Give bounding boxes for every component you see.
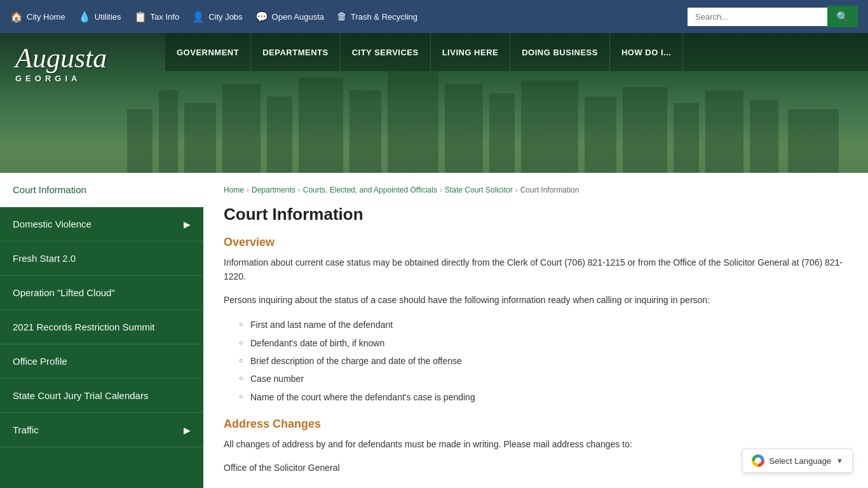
utilities-icon: 💧 bbox=[78, 11, 91, 23]
sidebar-item-operation-lifted-cloud[interactable]: Operation "Lifted Cloud" bbox=[0, 276, 203, 310]
nav-item-government[interactable]: GOVERNMENT bbox=[165, 33, 251, 71]
breadcrumb-link-0[interactable]: Home bbox=[224, 186, 244, 194]
logo-city-name: Augusta bbox=[15, 44, 107, 72]
breadcrumb-current: Court Information bbox=[520, 186, 580, 194]
nav-item-departments[interactable]: DEPARTMENTS bbox=[251, 33, 340, 71]
main-nav: GOVERNMENTDEPARTMENTSCITY SERVICESLIVING… bbox=[165, 33, 868, 71]
svg-rect-8 bbox=[445, 84, 483, 173]
search-button[interactable]: 🔍 bbox=[827, 6, 858, 27]
sidebar-label-records-restriction: 2021 Records Restriction Summit bbox=[13, 322, 154, 332]
svg-rect-7 bbox=[388, 71, 438, 173]
svg-rect-0 bbox=[127, 109, 153, 173]
open-augusta-icon: 💬 bbox=[255, 11, 268, 23]
city-jobs-label: City Jobs bbox=[208, 12, 242, 22]
bullet-item: Defendant's date of birth, if known bbox=[239, 334, 848, 352]
google-g-logo: G bbox=[752, 454, 764, 467]
sidebar-label-fresh-start: Fresh Start 2.0 bbox=[13, 253, 76, 264]
city-silhouette-svg bbox=[0, 58, 868, 173]
tax-info-label: Tax Info bbox=[151, 12, 180, 22]
overview-paragraph-1: Information about current case status ma… bbox=[224, 255, 848, 284]
nav-item-living-here[interactable]: LIVING HERE bbox=[431, 33, 511, 71]
overview-bullet-list: First and last name of the defendant Def… bbox=[239, 316, 848, 406]
svg-rect-11 bbox=[585, 97, 616, 173]
google-letter: G bbox=[755, 457, 761, 464]
bullet-item: First and last name of the defendant bbox=[239, 316, 848, 334]
tax-info-icon: 📋 bbox=[134, 11, 147, 23]
topbar-item-utilities[interactable]: 💧Utilities bbox=[78, 11, 121, 23]
svg-rect-4 bbox=[267, 97, 292, 173]
nav-item-city-services[interactable]: CITY SERVICES bbox=[341, 33, 431, 71]
svg-rect-1 bbox=[159, 90, 178, 173]
sidebar-label-court-information: Court Information bbox=[13, 184, 86, 195]
svg-rect-15 bbox=[750, 100, 778, 173]
open-augusta-label: Open Augusta bbox=[272, 12, 324, 22]
sidebar-item-jury-trial[interactable]: State Court Jury Trial Calendars bbox=[0, 379, 203, 413]
bullet-item: Name of the court where the defendant's … bbox=[239, 388, 848, 406]
breadcrumb-link-1[interactable]: Departments bbox=[252, 186, 295, 194]
breadcrumb-link-2[interactable]: Courts, Elected, and Appointed Officials bbox=[303, 186, 437, 194]
top-bar-nav: 🏠City Home💧Utilities📋Tax Info👤City Jobs💬… bbox=[10, 11, 672, 23]
content-wrapper: Court InformationDomestic Violence▶Fresh… bbox=[0, 173, 868, 488]
breadcrumb-separator: › bbox=[515, 186, 518, 194]
translate-dropdown-arrow: ▼ bbox=[836, 457, 843, 464]
trash-recycling-label: Trash & Recycling bbox=[351, 12, 417, 22]
topbar-item-open-augusta[interactable]: 💬Open Augusta bbox=[255, 11, 324, 23]
sidebar-item-office-profile[interactable]: Office Profile bbox=[0, 344, 203, 379]
search-input[interactable] bbox=[688, 8, 827, 26]
translate-widget[interactable]: G Select Language ▼ bbox=[742, 449, 853, 473]
svg-rect-12 bbox=[623, 87, 667, 173]
page-title: Court Information bbox=[224, 205, 848, 224]
svg-rect-10 bbox=[521, 81, 578, 173]
sidebar-label-traffic: Traffic bbox=[13, 424, 39, 435]
nav-item-how-do-i[interactable]: HOW DO I... bbox=[610, 33, 683, 71]
top-bar: 🏠City Home💧Utilities📋Tax Info👤City Jobs💬… bbox=[0, 0, 868, 33]
overview-paragraph-2: Persons inquiring about the status of a … bbox=[224, 293, 848, 307]
logo-state-name: GEORGIA bbox=[15, 74, 107, 83]
svg-rect-16 bbox=[788, 109, 839, 173]
svg-rect-5 bbox=[299, 78, 343, 173]
sidebar-label-domestic-violence: Domestic Violence bbox=[13, 219, 92, 229]
sidebar-label-operation-lifted-cloud: Operation "Lifted Cloud" bbox=[13, 287, 115, 298]
svg-rect-2 bbox=[184, 103, 216, 173]
city-home-icon: 🏠 bbox=[10, 11, 23, 23]
nav-item-doing-business[interactable]: DOING BUSINESS bbox=[510, 33, 610, 71]
sidebar-item-traffic[interactable]: Traffic▶ bbox=[0, 413, 203, 447]
svg-rect-6 bbox=[349, 90, 381, 173]
breadcrumb-link-3[interactable]: State Court Solicitor bbox=[445, 186, 513, 194]
topbar-item-trash-recycling[interactable]: 🗑Trash & Recycling bbox=[337, 11, 417, 22]
svg-rect-9 bbox=[489, 93, 515, 173]
svg-rect-14 bbox=[705, 90, 743, 173]
breadcrumb: Home›Departments›Courts, Elected, and Ap… bbox=[224, 186, 848, 194]
translate-label: Select Language bbox=[770, 456, 832, 466]
sidebar-arrow-domestic-violence: ▶ bbox=[184, 219, 191, 229]
sidebar-item-domestic-violence[interactable]: Domestic Violence▶ bbox=[0, 207, 203, 241]
city-jobs-icon: 👤 bbox=[192, 11, 205, 23]
breadcrumb-separator: › bbox=[247, 186, 249, 194]
topbar-item-tax-info[interactable]: 📋Tax Info bbox=[134, 11, 180, 23]
bullet-item: Brief description of the charge and date… bbox=[239, 352, 848, 370]
sidebar-label-office-profile: Office Profile bbox=[13, 356, 67, 367]
sidebar-item-court-information[interactable]: Court Information bbox=[0, 173, 203, 207]
topbar-item-city-home[interactable]: 🏠City Home bbox=[10, 11, 65, 23]
logo-area: Augusta GEORGIA bbox=[0, 33, 122, 95]
section-heading-overview: Overview bbox=[224, 236, 848, 249]
topbar-item-city-jobs[interactable]: 👤City Jobs bbox=[192, 11, 242, 23]
header-banner: Augusta GEORGIA GOVERNMENTDEPARTMENTSCIT… bbox=[0, 33, 868, 173]
sidebar-label-jury-trial: State Court Jury Trial Calendars bbox=[13, 390, 148, 401]
breadcrumb-separator: › bbox=[298, 186, 301, 194]
search-container: 🔍 bbox=[688, 6, 858, 27]
sidebar: Court InformationDomestic Violence▶Fresh… bbox=[0, 173, 203, 488]
bullet-item: Case number bbox=[239, 370, 848, 388]
city-home-label: City Home bbox=[27, 12, 65, 22]
main-content: Home›Departments›Courts, Elected, and Ap… bbox=[203, 173, 868, 488]
utilities-label: Utilities bbox=[95, 12, 121, 22]
svg-rect-3 bbox=[222, 84, 261, 173]
sidebar-arrow-traffic: ▶ bbox=[184, 425, 191, 435]
sidebar-item-fresh-start[interactable]: Fresh Start 2.0 bbox=[0, 241, 203, 276]
svg-rect-13 bbox=[674, 103, 699, 173]
section-heading-address-changes: Address Changes bbox=[224, 417, 848, 431]
trash-recycling-icon: 🗑 bbox=[337, 11, 347, 22]
sidebar-item-records-restriction[interactable]: 2021 Records Restriction Summit bbox=[0, 310, 203, 344]
breadcrumb-separator: › bbox=[440, 186, 442, 194]
